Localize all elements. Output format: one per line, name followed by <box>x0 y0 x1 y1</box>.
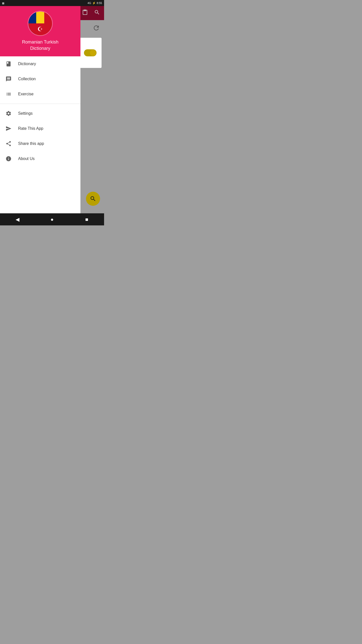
chat-icon <box>5 75 12 83</box>
share-label: Share this app <box>18 141 44 146</box>
sim-icon: ▦ <box>2 0 4 6</box>
drawer-item-share[interactable]: Share this app <box>0 136 80 151</box>
status-bar-right: 4G ⚡ 8:55 <box>87 2 102 5</box>
gear-icon <box>5 110 12 117</box>
app-name: Romanian Turkish <box>22 39 58 45</box>
drawer-item-rate[interactable]: Rate This App <box>0 121 80 136</box>
drawer-header: ☪ Romanian Turkish Dictionary <box>0 6 80 56</box>
status-bar: ▦ 4G ⚡ 8:55 <box>0 0 104 6</box>
recents-button[interactable]: ■ <box>82 214 92 224</box>
drawer-item-exercise[interactable]: Exercise <box>0 87 80 102</box>
flag-circle: ☪ <box>28 11 53 36</box>
fab-search-button[interactable] <box>86 192 100 206</box>
clipboard-icon[interactable] <box>82 9 88 17</box>
home-button[interactable]: ● <box>47 214 57 224</box>
share-icon <box>5 140 12 147</box>
bottom-navigation: ◀ ● ■ <box>0 213 104 225</box>
time-display: 8:55 <box>97 2 102 5</box>
battery-icon: ⚡ <box>92 2 96 5</box>
drawer-item-about[interactable]: About Us <box>0 151 80 166</box>
send-icon <box>5 125 12 132</box>
navigation-drawer: ☪ Romanian Turkish Dictionary Dictionary <box>0 6 80 213</box>
refresh-area[interactable] <box>93 24 100 33</box>
collection-label: Collection <box>18 77 36 81</box>
rate-label: Rate This App <box>18 126 43 131</box>
crescent-icon: ☪ <box>37 26 43 33</box>
drawer-item-collection[interactable]: Collection <box>0 71 80 87</box>
exercise-label: Exercise <box>18 92 33 96</box>
list-icon <box>5 91 12 98</box>
book-icon <box>5 60 12 67</box>
turkish-overlay: ☪ <box>28 23 52 35</box>
search-icon[interactable] <box>94 9 100 17</box>
dictionary-label: Dictionary <box>18 62 36 66</box>
drawer-items: Dictionary Collection Exercise <box>0 56 80 213</box>
toggle-circle <box>90 50 96 56</box>
network-indicator: 4G <box>87 2 91 5</box>
drawer-item-dictionary[interactable]: Dictionary <box>0 56 80 71</box>
app-title: Romanian Turkish Dictionary <box>22 39 58 52</box>
app-subtitle: Dictionary <box>22 45 58 52</box>
info-icon <box>5 155 12 162</box>
drawer-divider <box>0 104 80 104</box>
toggle-switch[interactable] <box>84 49 97 56</box>
drawer-item-settings[interactable]: Settings <box>0 106 80 121</box>
settings-label: Settings <box>18 111 33 116</box>
back-button[interactable]: ◀ <box>12 214 22 224</box>
about-label: About Us <box>18 156 35 161</box>
